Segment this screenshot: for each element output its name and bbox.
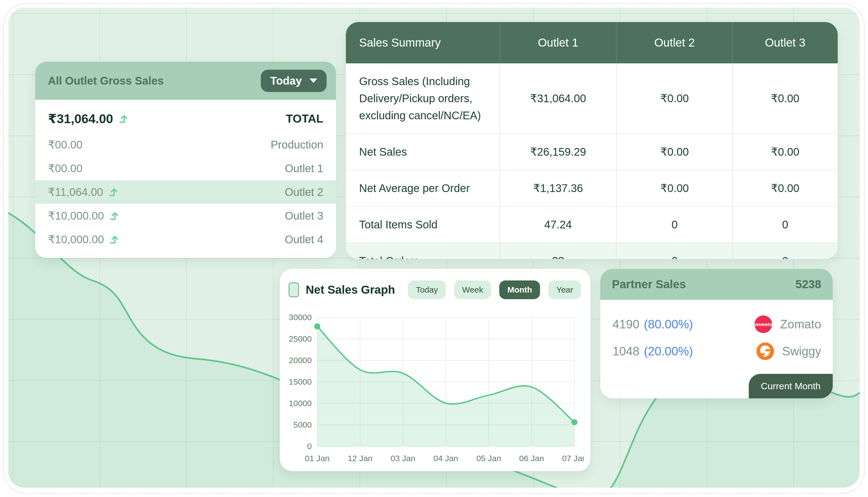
tab-month[interactable]: Month xyxy=(499,281,540,299)
partner-count-group: 1048(20.00%) xyxy=(612,344,693,358)
partner-name: Zomato xyxy=(780,317,821,331)
partner-brand-group: zomatoZomato xyxy=(754,315,821,333)
zomato-icon: zomato xyxy=(754,315,772,333)
sales-summary-column-header: Outlet 1 xyxy=(500,22,616,63)
summary-row-label: Net Sales xyxy=(346,134,500,170)
gross-row-value: ₹11,064.00 xyxy=(48,186,103,198)
summary-row-value: 0 xyxy=(733,207,837,242)
gross-sales-card-title: All Outlet Gross Sales xyxy=(48,75,163,87)
gross-sales-row[interactable]: ₹00.00Production xyxy=(35,133,336,156)
gross-sales-row[interactable]: ₹10,000.00Outlet 3 xyxy=(35,204,336,228)
net-sales-line-chart: 05000100001500020000250003000001 Jan12 J… xyxy=(286,311,584,467)
gross-row-label: Outlet 3 xyxy=(285,210,323,222)
partner-row: 4190(80.00%)zomatoZomato xyxy=(612,311,821,338)
table-row: Total Items Sold47.2400 xyxy=(346,206,838,242)
sales-summary-column-header: Outlet 3 xyxy=(733,22,837,63)
svg-text:12 Jan: 12 Jan xyxy=(348,454,373,463)
current-month-badge: Current Month xyxy=(749,374,833,398)
partner-count-group: 4190(80.00%) xyxy=(612,317,693,331)
summary-row-value: 0 xyxy=(616,243,733,259)
gross-row-value: ₹10,000.00 xyxy=(48,209,104,222)
gross-row-value-group: ₹00.00 xyxy=(48,162,83,175)
gross-row-value-group: ₹11,064.00 xyxy=(48,186,119,198)
tab-week[interactable]: Week xyxy=(454,281,491,299)
dashboard-canvas: All Outlet Gross Sales Today ₹31,064.00T… xyxy=(8,8,860,488)
svg-text:10000: 10000 xyxy=(289,399,312,408)
sales-summary-column-header: Outlet 2 xyxy=(616,22,733,63)
tab-today[interactable]: Today xyxy=(408,281,446,299)
partner-name: Swiggy xyxy=(782,344,821,358)
sales-summary-header-row: Sales SummaryOutlet 1Outlet 2Outlet 3 xyxy=(346,22,838,63)
gross-row-value: ₹31,064.00 xyxy=(48,111,113,126)
summary-row-label: Net Average per Order xyxy=(346,170,500,206)
gross-row-value-group: ₹10,000.00 xyxy=(48,233,120,246)
partner-order-count: 4190 xyxy=(612,317,639,331)
gross-row-value-group: ₹00.00 xyxy=(48,138,83,151)
gross-sales-row[interactable]: ₹00.00Outlet 1 xyxy=(35,156,336,180)
net-sales-legend-checkbox[interactable] xyxy=(289,282,299,297)
partner-sales-card: Partner Sales 5238 4190(80.00%)zomatoZom… xyxy=(600,269,833,398)
summary-row-value: ₹0.00 xyxy=(733,134,837,170)
sales-summary-table-card: Sales SummaryOutlet 1Outlet 2Outlet 3 Gr… xyxy=(346,22,838,259)
svg-text:5000: 5000 xyxy=(293,420,312,429)
net-sales-period-tabs: TodayWeekMonthYear xyxy=(408,281,581,299)
gross-row-label: Production xyxy=(271,139,323,151)
gross-row-label: Outlet 2 xyxy=(285,186,323,198)
partner-sales-title: Partner Sales xyxy=(612,278,686,291)
trend-up-arrow-icon xyxy=(119,114,129,124)
gross-sales-row[interactable]: ₹31,064.00TOTAL xyxy=(35,105,336,133)
trend-up-arrow-icon xyxy=(109,211,120,221)
partner-sales-list: 4190(80.00%)zomatoZomato1048(20.00%)Swig… xyxy=(600,300,833,365)
period-dropdown[interactable]: Today xyxy=(261,70,327,92)
gross-sales-row[interactable]: ₹11,064.00Outlet 2 xyxy=(35,180,336,204)
gross-sales-row[interactable]: ₹10,000.00Outlet 4 xyxy=(35,228,336,251)
trend-up-arrow-icon xyxy=(108,187,119,197)
last-point-marker xyxy=(572,419,578,425)
svg-text:05 Jan: 05 Jan xyxy=(476,454,501,463)
summary-row-label: Total Orders xyxy=(346,243,500,259)
gross-row-value-group: ₹31,064.00 xyxy=(48,111,129,126)
table-row: Net Average per Order₹1,137.36₹0.00₹0.00 xyxy=(346,170,838,206)
svg-text:01 Jan: 01 Jan xyxy=(305,454,330,463)
summary-row-value: ₹0.00 xyxy=(616,170,733,206)
svg-text:25000: 25000 xyxy=(289,334,312,343)
summary-row-value: 47.24 xyxy=(500,207,616,242)
sales-summary-column-header: Sales Summary xyxy=(346,22,500,63)
partner-order-count: 1048 xyxy=(612,344,639,358)
period-dropdown-label: Today xyxy=(270,75,302,87)
summary-row-value: 23 xyxy=(500,243,616,259)
partner-sales-total-count: 5238 xyxy=(796,278,821,291)
first-point-marker xyxy=(314,324,320,329)
svg-text:06 Jan: 06 Jan xyxy=(519,454,544,463)
gross-sales-card-header: All Outlet Gross Sales Today xyxy=(35,62,336,100)
summary-row-value: 0 xyxy=(733,243,837,259)
dashboard-page: { "gross_card": { "title": "All Outlet G… xyxy=(0,0,868,497)
summary-row-value: ₹1,137.36 xyxy=(500,170,616,206)
summary-row-label: Total Items Sold xyxy=(346,207,500,242)
partner-row: 1048(20.00%)Swiggy xyxy=(612,338,821,365)
partner-sales-header: Partner Sales 5238 xyxy=(600,269,833,300)
tab-year[interactable]: Year xyxy=(548,281,581,299)
net-sales-graph-header: Net Sales Graph TodayWeekMonthYear xyxy=(280,269,590,299)
gross-row-label: Outlet 1 xyxy=(285,162,323,175)
gross-row-value: ₹00.00 xyxy=(48,162,83,175)
summary-row-value: ₹26,159.29 xyxy=(500,134,616,170)
gross-row-value: ₹00.00 xyxy=(48,138,83,151)
svg-text:04 Jan: 04 Jan xyxy=(433,454,458,463)
partner-percent: (20.00%) xyxy=(644,344,693,358)
partner-percent: (80.00%) xyxy=(644,317,693,331)
partner-brand-group: Swiggy xyxy=(756,342,821,360)
summary-row-value: ₹0.00 xyxy=(733,170,837,206)
swiggy-icon xyxy=(756,342,775,360)
table-row: Total Orders2300 xyxy=(346,242,838,259)
gross-sales-row-list: ₹31,064.00TOTAL₹00.00Production₹00.00Out… xyxy=(35,100,336,251)
gross-row-value-group: ₹10,000.00 xyxy=(48,209,120,222)
summary-row-value: ₹0.00 xyxy=(616,134,733,170)
svg-text:07 Jan: 07 Jan xyxy=(562,454,584,463)
gross-row-value: ₹10,000.00 xyxy=(48,233,104,246)
summary-row-value: 0 xyxy=(616,207,733,242)
table-row: Net Sales₹26,159.29₹0.00₹0.00 xyxy=(346,133,838,170)
svg-text:15000: 15000 xyxy=(289,377,312,386)
svg-text:03 Jan: 03 Jan xyxy=(390,454,415,463)
chevron-down-icon xyxy=(309,79,317,83)
